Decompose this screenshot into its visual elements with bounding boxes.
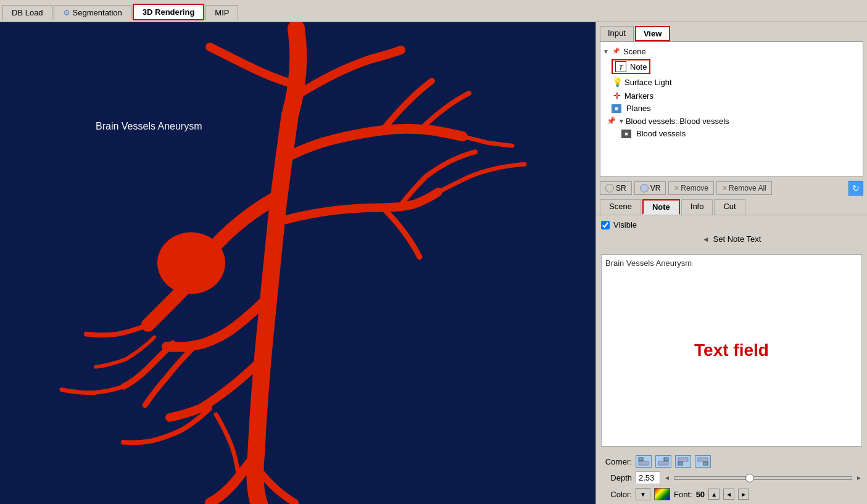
tab-3d-rendering[interactable]: 3D Rendering — [133, 4, 205, 20]
remove-all-button[interactable]: ✕ Remove All — [716, 181, 772, 195]
svg-rect-9 — [698, 458, 708, 461]
sr-button[interactable]: SR — [600, 181, 632, 195]
sub-tab-cut[interactable]: Cut — [714, 199, 745, 215]
scene-tree-note[interactable]: T Note — [603, 58, 860, 75]
sr-icon — [605, 184, 614, 192]
remove-button[interactable]: ✕ Remove — [668, 181, 714, 195]
depth-input[interactable]: 2.53 — [636, 471, 660, 484]
remove-all-x-icon: ✕ — [722, 184, 728, 192]
bottom-controls: Corner: Depth — [596, 452, 867, 504]
content-area: Brain Vessels Aneurysm — [0, 22, 867, 504]
scene-tree-markers[interactable]: ✛ Markers — [603, 89, 860, 102]
tab-db-load[interactable]: DB Load — [2, 5, 52, 20]
action-row: SR VR ✕ Remove ✕ Remove All ↻ — [596, 177, 867, 199]
panel-tab-bar: Input View — [596, 22, 867, 41]
depth-row: Depth 2.53 ◄ ► — [601, 471, 862, 484]
refresh-icon: ↻ — [852, 183, 860, 193]
blood-vessels-expand-icon[interactable]: ▼ — [618, 118, 624, 125]
pin-icon: 📌 — [605, 115, 616, 126]
color-dropdown-button[interactable]: ▼ — [636, 488, 650, 500]
svg-rect-5 — [658, 461, 668, 465]
remove-x-icon: ✕ — [674, 184, 679, 192]
font-decrease-button[interactable]: ◄ — [723, 489, 734, 500]
note-highlight-box: T Note — [612, 59, 650, 74]
scene-expand-icon[interactable]: ▼ — [603, 48, 609, 55]
sub-tab-info[interactable]: Info — [681, 199, 713, 215]
scene-pin-icon: 📌 — [610, 46, 621, 57]
color-dropdown-arrow-icon: ▼ — [640, 491, 646, 498]
tab-view[interactable]: View — [635, 26, 670, 41]
set-note-text-label[interactable]: Set Note Text — [713, 234, 761, 244]
depth-slider-left-arrow[interactable]: ◄ — [664, 474, 670, 481]
set-note-arrow-icon: ◄ — [702, 235, 710, 244]
corner-top-left-button[interactable] — [636, 455, 652, 468]
vr-button[interactable]: VR — [634, 181, 666, 195]
visible-checkbox[interactable] — [601, 221, 610, 229]
sub-tab-note[interactable]: Note — [642, 199, 680, 215]
tab-segmentation[interactable]: ⚙ Segmentation — [54, 5, 131, 20]
svg-rect-6 — [678, 462, 682, 465]
scene-tree-surface-light[interactable]: 💡 Surface Light — [603, 75, 860, 89]
visible-label: Visible — [613, 220, 637, 229]
color-label: Color: — [601, 490, 632, 499]
refresh-button[interactable]: ↻ — [848, 181, 863, 196]
note-text-field[interactable]: Brain Vessels Aneurysm Text field — [601, 254, 862, 447]
scene-tree-blood-vessels-group[interactable]: 📌 ▼ Blood vessels: Blood vessels — [603, 114, 860, 128]
font-increase-button[interactable]: ▲ — [708, 489, 720, 500]
depth-slider-thumb[interactable] — [745, 474, 754, 482]
scene-tree-scene[interactable]: ▼ 📌 Scene — [603, 44, 860, 58]
text-field-placeholder-label: Text field — [694, 341, 769, 360]
tab-mip[interactable]: MIP — [205, 5, 238, 20]
cube-icon: ■ — [621, 130, 631, 138]
note-text-icon: T — [615, 61, 626, 72]
plane-icon: ■ — [612, 104, 621, 113]
color-swatch[interactable] — [654, 488, 670, 500]
depth-label: Depth — [601, 473, 632, 482]
viewport-3d[interactable]: Brain Vessels Aneurysm — [0, 22, 595, 504]
svg-rect-8 — [703, 462, 708, 465]
segmentation-icon: ⚙ — [63, 8, 70, 17]
vr-icon — [640, 184, 649, 192]
set-note-text-row: ◄ Set Note Text — [601, 234, 862, 249]
font-value: 50 — [696, 490, 705, 499]
note-panel: Visible ◄ Set Note Text Brain Vessels An… — [596, 215, 867, 452]
corner-row: Corner: — [601, 455, 862, 468]
right-panel: Input View ▼ 📌 Scene T Note — [595, 22, 867, 504]
note-text-value: Brain Vessels Aneurysm — [602, 255, 861, 271]
depth-slider-right-arrow[interactable]: ► — [856, 474, 862, 481]
light-bulb-icon: 💡 — [612, 76, 623, 88]
color-row: Color: ▼ Font: 50 ▲ ◄ ► — [601, 488, 862, 500]
sub-tab-scene[interactable]: Scene — [600, 199, 641, 215]
main-tab-bar: DB Load ⚙ Segmentation 3D Rendering MIP — [0, 0, 867, 22]
svg-rect-4 — [664, 458, 668, 461]
tab-input[interactable]: Input — [600, 26, 634, 41]
corner-top-right-button[interactable] — [655, 455, 671, 468]
scene-tree-blood-vessels[interactable]: ■ Blood vessels — [603, 128, 860, 139]
corner-bottom-left-button[interactable] — [675, 455, 691, 468]
sub-tab-bar: Scene Note Info Cut — [596, 199, 867, 215]
scene-tree-planes[interactable]: ■ Planes — [603, 102, 860, 114]
font-label: Font: — [674, 490, 692, 499]
corner-label: Corner: — [601, 457, 632, 466]
font-step-button[interactable]: ► — [738, 489, 749, 500]
svg-rect-2 — [639, 458, 643, 461]
visible-row: Visible — [601, 220, 862, 229]
depth-slider-track[interactable] — [674, 476, 852, 480]
svg-rect-3 — [639, 461, 649, 465]
viewport-label: Brain Vessels Aneurysm — [96, 121, 202, 132]
scene-tree: ▼ 📌 Scene T Note 💡 Surface Light — [600, 41, 863, 177]
marker-crosshair-icon: ✛ — [612, 90, 623, 101]
svg-rect-7 — [678, 458, 688, 461]
corner-bottom-right-button[interactable] — [695, 455, 711, 468]
